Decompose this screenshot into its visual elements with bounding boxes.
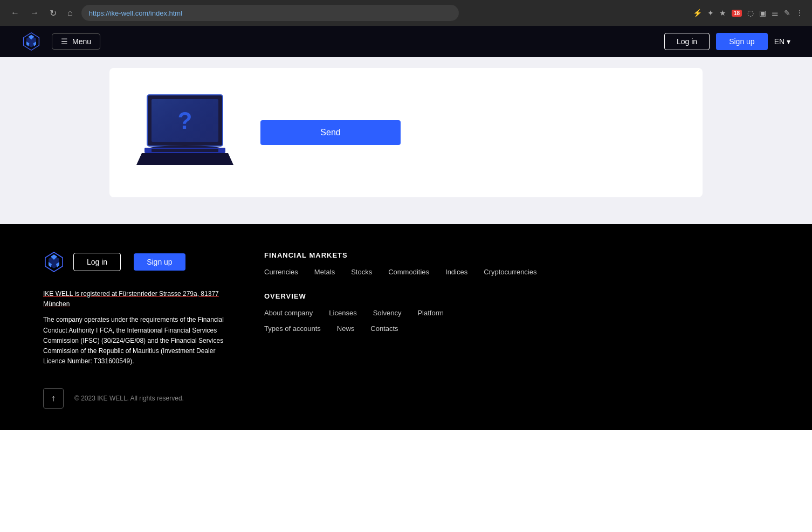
overview-section: OVERVIEW About company Licenses Solvency… xyxy=(264,292,769,333)
footer-login-button[interactable]: Log in xyxy=(73,253,121,271)
more-icon[interactable]: ⋮ xyxy=(796,9,803,17)
back-button[interactable]: ← xyxy=(9,6,22,20)
footer: Log in Sign up IKE WELL is registered at… xyxy=(0,224,812,430)
content-card: ? Send xyxy=(109,68,703,197)
pen-icon: ✎ xyxy=(784,9,790,17)
signup-button[interactable]: Sign up xyxy=(716,33,767,50)
extensions-icon: ✦ xyxy=(707,9,714,17)
screenshot-icon: ⚌ xyxy=(772,9,779,17)
site-header: ☰ Menu Log in Sign up EN ▾ xyxy=(0,26,812,57)
menu-icon: ☰ xyxy=(61,37,68,46)
footer-right: FINANCIAL MARKETS Currencies Metals Stoc… xyxy=(264,251,769,367)
lightning-icon: ⚡ xyxy=(693,9,702,17)
header-right: Log in Sign up EN ▾ xyxy=(664,33,790,50)
footer-logo-area: Log in Sign up xyxy=(43,251,232,273)
footer-link-contacts[interactable]: Contacts xyxy=(370,324,398,333)
forward-button[interactable]: → xyxy=(28,6,41,20)
overview-title: OVERVIEW xyxy=(264,292,769,300)
tab-icon: ▣ xyxy=(759,9,766,17)
menu-button[interactable]: ☰ Menu xyxy=(52,33,100,50)
form-area: Send xyxy=(260,120,681,145)
send-button[interactable]: Send xyxy=(260,120,401,145)
financial-markets-title: FINANCIAL MARKETS xyxy=(264,251,769,259)
clock-icon: ◌ xyxy=(747,9,754,17)
footer-link-news[interactable]: News xyxy=(337,324,355,333)
footer-link-about-company[interactable]: About company xyxy=(264,309,313,317)
url-text: https://ike-well.com/index.html xyxy=(89,9,182,17)
scroll-top-icon: ↑ xyxy=(51,393,56,403)
footer-link-types-of-accounts[interactable]: Types of accounts xyxy=(264,324,321,333)
financial-markets-links: Currencies Metals Stocks Commodities Ind… xyxy=(264,268,769,276)
footer-link-indices[interactable]: Indices xyxy=(445,268,467,276)
menu-label: Menu xyxy=(72,37,91,46)
laptop-svg: ? xyxy=(131,89,239,176)
main-content: ? Send xyxy=(0,57,812,224)
overview-links-row1: About company Licenses Solvency Platform xyxy=(264,309,769,317)
footer-link-platform[interactable]: Platform xyxy=(417,309,443,317)
footer-link-licenses[interactable]: Licenses xyxy=(329,309,356,317)
footer-link-currencies[interactable]: Currencies xyxy=(264,268,298,276)
footer-link-commodities[interactable]: Commodities xyxy=(388,268,429,276)
header-logo xyxy=(22,32,41,51)
svg-marker-11 xyxy=(136,153,233,165)
logo-icon xyxy=(22,32,41,51)
footer-link-metals[interactable]: Metals xyxy=(314,268,335,276)
copyright-text: © 2023 IKE WELL. All rights reserved. xyxy=(74,395,184,402)
ext-badge: 18 xyxy=(732,10,742,17)
login-button[interactable]: Log in xyxy=(664,33,710,50)
language-selector[interactable]: EN ▾ xyxy=(774,37,790,46)
footer-link-solvency[interactable]: Solvency xyxy=(373,309,402,317)
footer-address: IKE WELL is registered at Fürstenrieder … xyxy=(43,289,232,367)
scroll-top-button[interactable]: ↑ xyxy=(43,388,64,409)
footer-link-stocks[interactable]: Stocks xyxy=(351,268,372,276)
star-icon[interactable]: ★ xyxy=(719,9,726,17)
refresh-button[interactable]: ↻ xyxy=(47,6,59,20)
footer-left: Log in Sign up IKE WELL is registered at… xyxy=(43,251,232,367)
svg-rect-12 xyxy=(152,99,218,142)
footer-logo-icon xyxy=(43,251,65,273)
svg-rect-10 xyxy=(152,149,218,152)
browser-chrome: ← → ↻ ⌂ https://ike-well.com/index.html … xyxy=(0,0,812,26)
financial-markets-section: FINANCIAL MARKETS Currencies Metals Stoc… xyxy=(264,251,769,276)
footer-top: Log in Sign up IKE WELL is registered at… xyxy=(43,251,769,367)
url-bar[interactable]: https://ike-well.com/index.html xyxy=(81,5,459,21)
footer-link-cryptocurrencies[interactable]: Cryptocurrencies xyxy=(484,268,536,276)
overview-links-row2: Types of accounts News Contacts xyxy=(264,324,769,333)
footer-bottom: ↑ © 2023 IKE WELL. All rights reserved. xyxy=(43,388,769,409)
home-button[interactable]: ⌂ xyxy=(65,6,75,20)
footer-address-line2: The company operates under the requireme… xyxy=(43,315,232,367)
footer-address-line1: IKE WELL is registered at Fürstenrieder … xyxy=(43,289,232,309)
laptop-illustration: ? xyxy=(131,89,239,176)
browser-actions: ⚡ ✦ ★ 18 ◌ ▣ ⚌ ✎ ⋮ xyxy=(693,9,803,17)
footer-signup-button[interactable]: Sign up xyxy=(134,253,185,271)
